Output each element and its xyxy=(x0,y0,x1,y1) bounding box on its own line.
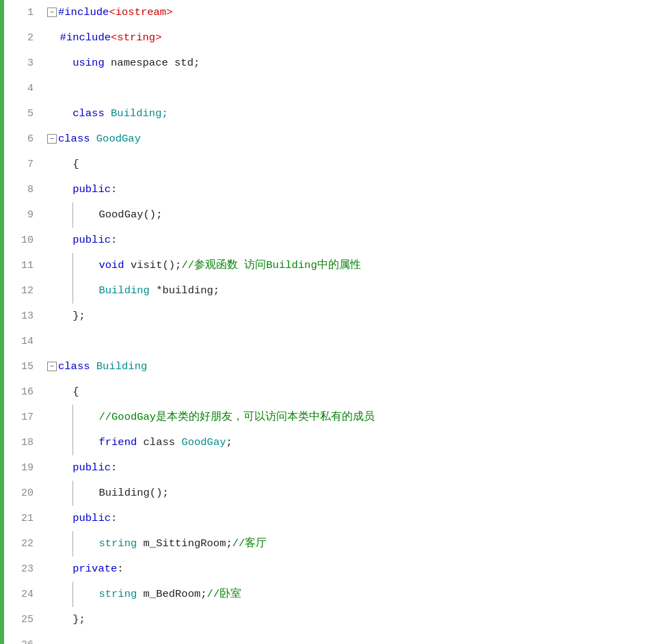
token: Building xyxy=(98,278,149,304)
token: private xyxy=(72,556,117,582)
token: : xyxy=(111,177,117,202)
code-line: public: xyxy=(47,228,668,253)
token xyxy=(73,430,98,455)
code-line: −class Building xyxy=(47,354,668,379)
token xyxy=(47,531,72,556)
line-number: 5 xyxy=(4,101,34,126)
code-line: //GoodGay是本类的好朋友，可以访问本类中私有的成员 xyxy=(47,405,668,430)
token xyxy=(47,455,72,481)
code-line: Building(); xyxy=(47,481,668,506)
line-number: 4 xyxy=(4,76,34,101)
code-line: string m_BedRoom;//卧室 xyxy=(47,582,668,607)
token: public xyxy=(72,455,111,481)
line-number: 10 xyxy=(4,228,34,253)
line-number: 15 xyxy=(4,354,34,379)
line-number: 16 xyxy=(4,379,34,405)
fold-icon[interactable]: − xyxy=(47,134,57,144)
indent-guide xyxy=(72,531,73,556)
indent-guide xyxy=(72,253,73,278)
token xyxy=(47,25,60,51)
indent-guide xyxy=(72,430,73,455)
token xyxy=(47,101,72,126)
code-line: −#include<iostream> xyxy=(47,0,668,25)
token: //卧室 xyxy=(207,582,242,607)
indent-guide xyxy=(72,202,73,228)
line-number: 3 xyxy=(4,51,34,76)
code-line: void visit();//参观函数 访问Building中的属性 xyxy=(47,253,668,278)
token: #include xyxy=(60,25,111,51)
token: public xyxy=(72,177,111,202)
line-number: 12 xyxy=(4,278,34,304)
token: : xyxy=(117,556,123,582)
token xyxy=(73,531,98,556)
code-line: friend class GoodGay; xyxy=(47,430,668,455)
token: m_BedRoom; xyxy=(137,582,206,607)
line-number: 25 xyxy=(4,607,34,632)
code-line: GoodGay(); xyxy=(47,202,668,228)
code-line: −class GoodGay xyxy=(47,126,668,152)
token xyxy=(47,202,72,228)
token: : xyxy=(111,506,117,531)
line-number: 6 xyxy=(4,126,34,152)
token: Building(); xyxy=(73,481,169,506)
token: class xyxy=(137,430,181,455)
fold-icon[interactable]: − xyxy=(47,362,57,371)
token: public xyxy=(72,228,111,253)
indent-guide xyxy=(72,278,73,304)
token: { xyxy=(47,152,79,177)
code-line: public: xyxy=(47,177,668,202)
token: }; xyxy=(47,304,85,329)
token xyxy=(47,405,72,430)
line-number: 22 xyxy=(4,531,34,556)
code-line: public: xyxy=(47,455,668,481)
code-line: public: xyxy=(47,506,668,531)
token: public xyxy=(72,506,111,531)
token: visit(); xyxy=(124,253,182,278)
token: //客厅 xyxy=(232,531,267,556)
line-number: 7 xyxy=(4,152,34,177)
code-line: { xyxy=(47,379,668,405)
line-number: 9 xyxy=(4,202,34,228)
code-line: string m_SittingRoom;//客厅 xyxy=(47,531,668,556)
token: Building; xyxy=(105,101,168,126)
token xyxy=(47,481,72,506)
line-number: 23 xyxy=(4,556,34,582)
token xyxy=(73,253,98,278)
code-line: private: xyxy=(47,556,668,582)
token xyxy=(47,177,72,202)
code-line xyxy=(47,76,668,101)
indent-guide xyxy=(72,582,73,607)
token: //参观函数 访问Building中的属性 xyxy=(181,253,360,278)
token: //GoodGay是本类的好朋友，可以访问本类中私有的成员 xyxy=(98,405,375,430)
token: *building; xyxy=(150,278,219,304)
code-area[interactable]: −#include<iostream> #include<string> usi… xyxy=(42,0,668,644)
token: void xyxy=(98,253,124,278)
token xyxy=(47,506,72,531)
token: string xyxy=(98,531,137,556)
line-number: 11 xyxy=(4,253,34,278)
token xyxy=(47,430,72,455)
token: : xyxy=(111,455,117,481)
line-number: 20 xyxy=(4,481,34,506)
code-line: Building *building; xyxy=(47,278,668,304)
line-number: 13 xyxy=(4,304,34,329)
line-number: 1 xyxy=(4,0,34,25)
token: friend xyxy=(98,430,137,455)
code-line: class Building; xyxy=(47,101,668,126)
token xyxy=(47,51,72,76)
token xyxy=(73,278,98,304)
token: m_SittingRoom; xyxy=(137,531,232,556)
fold-icon[interactable]: − xyxy=(47,8,57,17)
token: { xyxy=(47,379,79,405)
token xyxy=(47,582,72,607)
line-number: 26 xyxy=(4,632,34,644)
code-line: }; xyxy=(47,304,668,329)
token: class xyxy=(58,354,90,379)
line-numbers: 1234567891011121314151617181920212223242… xyxy=(4,0,42,644)
line-number: 18 xyxy=(4,430,34,455)
code-line xyxy=(47,632,668,644)
token: GoodGay(); xyxy=(73,202,162,228)
token: <string> xyxy=(111,25,161,51)
line-number: 8 xyxy=(4,177,34,202)
token: }; xyxy=(47,607,85,632)
